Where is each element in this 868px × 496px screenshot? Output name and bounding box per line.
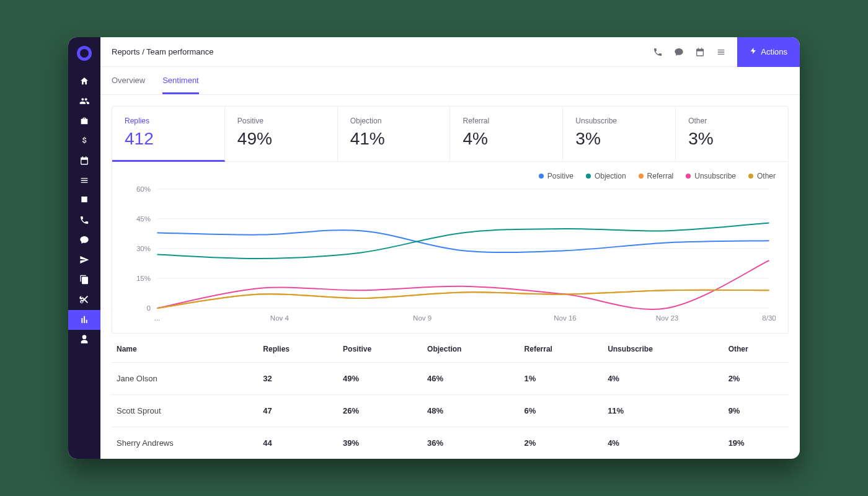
table-cell: 46% xyxy=(422,363,519,395)
svg-text:Nov 9: Nov 9 xyxy=(413,314,432,322)
table-cell: 32 xyxy=(258,363,338,395)
table-cell: 9% xyxy=(724,395,789,427)
app-logo xyxy=(77,46,92,61)
table-row[interactable]: Sherry Andrews4439%36%2%4%19% xyxy=(112,427,789,459)
nav-briefcase[interactable] xyxy=(68,112,100,131)
nav-user[interactable] xyxy=(68,330,100,350)
nav-home[interactable] xyxy=(68,72,100,92)
table-header: Other xyxy=(724,334,789,363)
svg-text:45%: 45% xyxy=(136,215,151,223)
nav-send[interactable] xyxy=(68,250,100,270)
table-header: Name xyxy=(112,334,258,363)
tab-sentiment[interactable]: Sentiment xyxy=(162,67,199,94)
list-icon xyxy=(79,175,89,187)
legend-dot xyxy=(748,174,753,179)
stat-value: 412 xyxy=(125,129,212,149)
nav-bar-chart[interactable] xyxy=(68,310,100,330)
user-icon xyxy=(79,334,89,346)
legend-dot xyxy=(639,174,644,179)
stat-value: 41% xyxy=(350,129,438,149)
table-cell: 47 xyxy=(258,395,338,427)
legend-item-referral[interactable]: Referral xyxy=(639,172,674,180)
stat-objection[interactable]: Objection41% xyxy=(338,107,451,161)
nav-calendar[interactable] xyxy=(68,151,100,171)
table-cell: 19% xyxy=(724,427,789,459)
app-window: Reports / Team performance Actions Overv… xyxy=(68,37,800,459)
copy-icon xyxy=(79,275,89,286)
legend-item-positive[interactable]: Positive xyxy=(539,172,574,180)
stat-unsubscribe[interactable]: Unsubscribe3% xyxy=(563,107,676,161)
nav-chat[interactable] xyxy=(68,231,100,250)
tab-overview[interactable]: Overview xyxy=(112,67,145,94)
nav-users[interactable] xyxy=(68,92,100,112)
dollar-icon xyxy=(79,136,89,148)
topbar-calendar-icon[interactable] xyxy=(695,47,705,57)
legend-label: Objection xyxy=(595,172,626,180)
actions-button[interactable]: Actions xyxy=(737,37,800,67)
table-row[interactable]: Scott Sprout4726%48%6%11%9% xyxy=(112,395,789,427)
table-cell: 44 xyxy=(258,427,338,459)
series-positive xyxy=(157,230,769,252)
svg-text:Nov 16: Nov 16 xyxy=(554,314,577,322)
stat-label: Other xyxy=(688,117,776,125)
legend-label: Unsubscribe xyxy=(694,172,736,180)
table-cell: 2% xyxy=(724,363,789,395)
stat-label: Unsubscribe xyxy=(575,117,663,125)
series-unsubscribe xyxy=(157,260,769,309)
stat-positive[interactable]: Positive49% xyxy=(225,107,338,161)
stat-cards: Replies412Positive49%Objection41%Referra… xyxy=(112,106,789,162)
table-cell: 11% xyxy=(603,395,724,427)
nav-scissors[interactable] xyxy=(68,290,100,310)
stat-value: 49% xyxy=(237,129,325,149)
stat-other[interactable]: Other3% xyxy=(676,107,788,161)
briefcase-icon xyxy=(79,116,89,128)
stat-label: Positive xyxy=(237,117,325,125)
topbar-chat-icon[interactable] xyxy=(674,47,684,57)
breadcrumb: Reports / Team performance xyxy=(112,47,214,56)
legend-label: Other xyxy=(757,172,776,180)
nav-phone[interactable] xyxy=(68,211,100,231)
legend-item-other[interactable]: Other xyxy=(748,172,776,180)
download-icon xyxy=(79,195,89,207)
stat-replies[interactable]: Replies412 xyxy=(112,107,225,162)
legend-item-unsubscribe[interactable]: Unsubscribe xyxy=(686,172,736,180)
stat-referral[interactable]: Referral4% xyxy=(450,107,563,161)
users-icon xyxy=(79,96,89,108)
table-header: Referral xyxy=(520,334,603,363)
table-header: Objection xyxy=(422,334,519,363)
team-table: NameRepliesPositiveObjectionReferralUnsu… xyxy=(112,334,789,459)
table-cell: 4% xyxy=(603,427,724,459)
svg-text:0: 0 xyxy=(147,304,151,312)
table-cell: 48% xyxy=(422,395,519,427)
nav-dollar[interactable] xyxy=(68,131,100,151)
stat-value: 3% xyxy=(575,129,663,149)
table-cell: 1% xyxy=(520,363,603,395)
nav-copy[interactable] xyxy=(68,270,100,290)
tabs: OverviewSentiment xyxy=(100,67,800,95)
nav-list[interactable] xyxy=(68,171,100,191)
table-cell: Sherry Andrews xyxy=(112,427,258,459)
table-cell: 39% xyxy=(338,427,422,459)
bar-chart-icon xyxy=(79,314,89,326)
table-cell: 6% xyxy=(520,395,603,427)
table-row[interactable]: Jane Olson3249%46%1%4%2% xyxy=(112,363,789,395)
topbar-icons xyxy=(653,47,726,57)
topbar-phone-icon[interactable] xyxy=(653,47,663,57)
chart-legend: PositiveObjectionReferralUnsubscribeOthe… xyxy=(125,172,776,180)
legend-dot xyxy=(686,174,691,179)
actions-label: Actions xyxy=(761,47,787,56)
table-cell: 4% xyxy=(603,363,724,395)
table-cell: Jane Olson xyxy=(112,363,258,395)
topbar-list-icon[interactable] xyxy=(716,47,726,57)
topbar: Reports / Team performance Actions xyxy=(100,37,800,67)
legend-item-objection[interactable]: Objection xyxy=(586,172,626,180)
nav-download[interactable] xyxy=(68,191,100,211)
sidebar xyxy=(68,37,100,459)
table-header: Replies xyxy=(258,334,338,363)
table-cell: Scott Sprout xyxy=(112,395,258,427)
table-header: Unsubscribe xyxy=(603,334,724,363)
svg-text:Nov 23: Nov 23 xyxy=(656,314,679,322)
table-cell: 36% xyxy=(422,427,519,459)
table-header: Positive xyxy=(338,334,422,363)
svg-text:...: ... xyxy=(154,314,161,322)
